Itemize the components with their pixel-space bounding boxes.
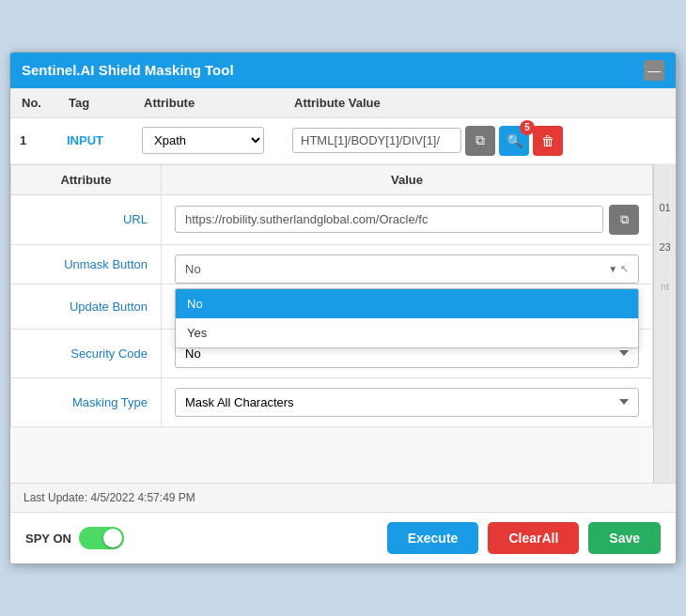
col-no: No. (10, 88, 57, 118)
clearall-button[interactable]: ClearAll (488, 522, 579, 554)
unmask-selected-value: No (185, 262, 201, 276)
toggle-thumb (103, 529, 122, 547)
spy-on-toggle[interactable] (79, 527, 124, 549)
copy-attr-button[interactable]: ⧉ (465, 126, 495, 156)
masking-type-value-cell: Mask All Characters Mask Partial Charact… (162, 377, 653, 426)
attr-col-header: Attribute (11, 164, 162, 194)
window-title: Sentinel.AI Shield Masking Tool (22, 62, 234, 78)
attribute-select[interactable]: Xpath (142, 127, 264, 154)
right-num-2: 23 (659, 241, 670, 253)
col-attribute-value: Attribute Value (283, 88, 676, 118)
action-bar: SPY ON Execute ClearAll Save (10, 512, 676, 563)
url-input[interactable] (175, 206, 603, 233)
col-attribute: Attribute (133, 88, 283, 118)
row-attribute[interactable]: Xpath (133, 117, 283, 163)
title-bar: Sentinel.AI Shield Masking Tool — (10, 53, 676, 88)
attribute-value-input[interactable] (292, 128, 461, 153)
footer-bar: Last Update: 4/5/2022 4:57:49 PM (10, 483, 676, 512)
unmask-label: Unmask Button (11, 244, 162, 284)
copy-url-button[interactable]: ⧉ (609, 205, 639, 235)
right-num-1: 01 (659, 202, 670, 213)
attr-table: Attribute Value URL ⧉ (10, 164, 653, 484)
update-label: Update Button (11, 284, 162, 329)
masking-type-label: Masking Type (11, 377, 162, 426)
right-panel: 01 23 nt (653, 164, 676, 484)
minimize-button[interactable]: — (644, 60, 664, 81)
right-num-3: nt (661, 281, 669, 292)
unmask-dropdown-menu: No Yes (175, 288, 639, 348)
security-code-label: Security Code (11, 329, 162, 377)
col-tag: Tag (57, 88, 133, 118)
masking-type-row: Masking Type Mask All Characters Mask Pa… (11, 377, 653, 426)
last-update-value: 4/5/2022 4:57:49 PM (90, 491, 195, 504)
spy-on-toggle-wrapper: SPY ON (25, 527, 124, 549)
url-row: URL ⧉ (11, 194, 653, 244)
spacer-row (11, 426, 653, 483)
value-col-header: Value (162, 164, 653, 194)
delete-button[interactable]: 🗑 (533, 126, 563, 156)
row-tag: INPUT (57, 117, 133, 163)
table-row: 1 INPUT Xpath ⧉ 🔍 5 🗑 (10, 117, 676, 163)
unmask-dropdown-wrapper[interactable]: No ▼ ↖ No Yes (175, 254, 639, 284)
row-no: 1 (10, 117, 57, 163)
unmask-dropdown-display[interactable]: No ▼ ↖ (175, 254, 639, 284)
dropdown-option-no[interactable]: No (176, 289, 638, 318)
unmask-button-row: Unmask Button No ▼ ↖ No Yes (11, 244, 653, 284)
spy-on-label: SPY ON (25, 531, 71, 546)
execute-button[interactable]: Execute (387, 522, 479, 554)
chevron-down-icon: ▼ ↖ (608, 263, 629, 275)
last-update-label: Last Update: (23, 491, 87, 504)
save-button[interactable]: Save (588, 522, 661, 554)
masking-type-select[interactable]: Mask All Characters Mask Partial Charact… (175, 388, 639, 417)
top-table: No. Tag Attribute Attribute Value 1 INPU… (10, 88, 676, 164)
unmask-value-cell[interactable]: No ▼ ↖ No Yes (162, 244, 653, 284)
row-attribute-value: ⧉ 🔍 5 🗑 (283, 117, 676, 163)
url-value-cell: ⧉ (162, 194, 653, 244)
url-label: URL (11, 194, 162, 244)
dropdown-option-yes[interactable]: Yes (176, 318, 638, 347)
attr-table-wrapper: Attribute Value URL ⧉ (10, 164, 676, 484)
